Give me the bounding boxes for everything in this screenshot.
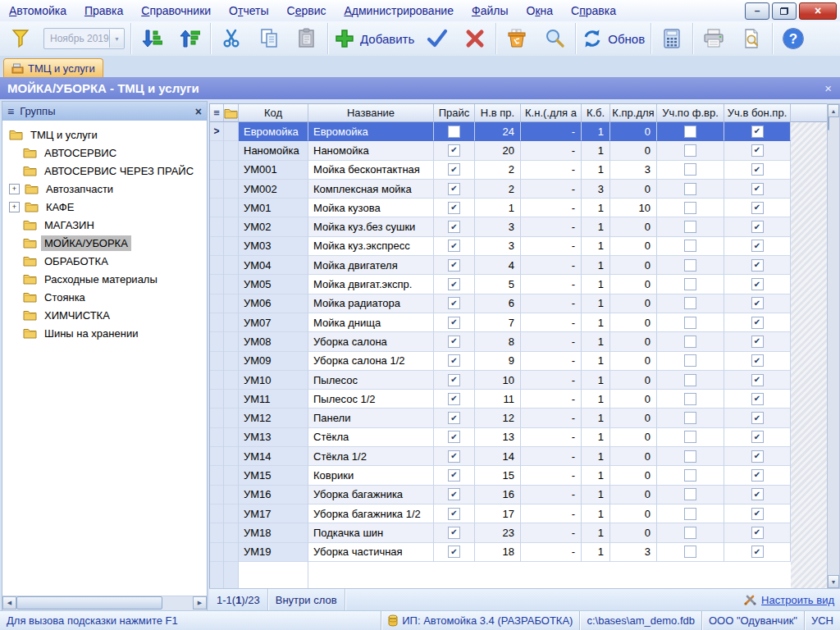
tree-item-9[interactable]: Стоянка (2, 288, 207, 306)
table-row[interactable]: НаномойкаНаномойка✔20-10✔ (210, 141, 827, 160)
checked-checkbox[interactable]: ✔ (751, 278, 764, 290)
unchecked-checkbox[interactable] (684, 126, 696, 138)
unchecked-checkbox[interactable] (684, 144, 696, 157)
tree-item-1[interactable]: АВТОСЕРВИС (2, 144, 207, 162)
scroll-thumb[interactable] (828, 116, 829, 130)
add-button[interactable]: Добавить (330, 23, 418, 54)
checked-checkbox[interactable]: ✔ (751, 240, 764, 252)
panel-close-icon[interactable]: × (195, 105, 202, 118)
table-row[interactable]: УМ01Мойка кузова✔1-110✔ (210, 199, 827, 217)
checked-checkbox[interactable]: ✔ (751, 183, 764, 195)
checked-checkbox[interactable]: ✔ (751, 527, 764, 539)
unchecked-checkbox[interactable] (684, 183, 696, 195)
col-header-1[interactable]: Название (308, 104, 434, 122)
checked-checkbox[interactable]: ✔ (448, 374, 460, 386)
checked-checkbox[interactable]: ✔ (448, 336, 460, 348)
filter-button[interactable] (2, 23, 39, 54)
menu-item-8[interactable]: Справка (562, 1, 625, 21)
scroll-right-icon[interactable]: ▶ (193, 596, 207, 609)
tree-item-10[interactable]: ХИМЧИСТКА (2, 306, 207, 324)
checked-checkbox[interactable]: ✔ (448, 317, 460, 329)
checked-checkbox[interactable]: ✔ (751, 431, 764, 443)
checked-checkbox[interactable]: ✔ (448, 144, 460, 157)
col-header-5[interactable]: К.б. (582, 104, 610, 122)
checked-checkbox[interactable]: ✔ (448, 450, 460, 463)
grid-vscrollbar[interactable]: ▲ ▼ (827, 103, 840, 589)
menu-item-3[interactable]: Отчеты (220, 1, 277, 21)
table-row[interactable]: >ЕвромойкаЕвромойка24-10✔ (210, 122, 827, 141)
checked-checkbox[interactable]: ✔ (751, 354, 764, 367)
checked-checkbox[interactable]: ✔ (448, 527, 460, 539)
checked-checkbox[interactable]: ✔ (751, 508, 764, 520)
unchecked-checkbox[interactable] (684, 221, 696, 233)
expand-plus-icon[interactable]: + (9, 202, 20, 212)
col-header-2[interactable]: Прайс (434, 104, 475, 122)
table-row[interactable]: УМ12Панели✔12-10✔ (210, 409, 827, 427)
tree-item-6[interactable]: МОЙКА/УБОРКА (2, 234, 207, 252)
table-row[interactable]: УМ09Уборка салона 1/2✔9-10✔ (210, 352, 827, 371)
checked-checkbox[interactable]: ✔ (448, 508, 460, 520)
close-window-button[interactable]: × (799, 2, 837, 20)
sort-asc-button[interactable] (171, 23, 208, 54)
tree-item-4[interactable]: +КАФЕ (2, 198, 207, 216)
table-row[interactable]: УМ19Уборка частичная✔18-13✔ (210, 543, 827, 562)
scroll-down-icon[interactable]: ▼ (828, 575, 839, 588)
unchecked-checkbox[interactable] (684, 450, 696, 463)
help-button[interactable]: ? (774, 23, 812, 54)
checked-checkbox[interactable]: ✔ (448, 393, 460, 405)
tree-item-11[interactable]: Шины на хранении (2, 324, 207, 342)
checked-checkbox[interactable]: ✔ (448, 202, 460, 214)
calculator-button[interactable] (653, 23, 691, 54)
unchecked-checkbox[interactable] (684, 163, 696, 176)
checked-checkbox[interactable]: ✔ (448, 278, 460, 290)
col-header-4[interactable]: К.н.(.для а (521, 104, 582, 122)
table-row[interactable]: УМ001Мойка бесконтактная✔2-13✔ (210, 161, 827, 180)
checked-checkbox[interactable]: ✔ (448, 546, 460, 558)
tree-item-3[interactable]: +Автозапчасти (2, 180, 207, 198)
col-header-0[interactable]: Код (239, 104, 308, 122)
cut-button[interactable] (212, 23, 250, 54)
unchecked-checkbox[interactable] (684, 374, 696, 386)
checked-checkbox[interactable]: ✔ (751, 297, 764, 309)
search-button[interactable] (536, 23, 573, 54)
checked-checkbox[interactable]: ✔ (751, 202, 764, 214)
checked-checkbox[interactable]: ✔ (751, 546, 764, 558)
paste-button[interactable] (288, 23, 326, 54)
table-row[interactable]: УМ16Уборка багажника✔16-10✔ (210, 486, 827, 504)
checked-checkbox[interactable]: ✔ (751, 317, 764, 329)
tree-item-2[interactable]: АВТОСЕРВИС ЧЕРЕЗ ПРАЙС (2, 162, 207, 180)
unchecked-checkbox[interactable] (684, 546, 696, 558)
scroll-up-icon[interactable]: ▲ (828, 104, 839, 117)
unchecked-checkbox[interactable] (684, 336, 696, 348)
unchecked-checkbox[interactable] (684, 297, 696, 309)
menu-item-6[interactable]: Файлы (463, 1, 518, 21)
menu-item-0[interactable]: Автомойка (0, 1, 75, 21)
table-row[interactable]: УМ17Уборка багажника 1/2✔17-10✔ (210, 504, 827, 523)
unchecked-checkbox[interactable] (684, 202, 696, 214)
table-row[interactable]: УМ14Стёкла 1/2✔14-10✔ (210, 447, 827, 466)
menu-item-4[interactable]: Сервис (278, 1, 336, 21)
unchecked-checkbox[interactable] (684, 469, 696, 482)
cancel-button[interactable] (456, 23, 494, 54)
checked-checkbox[interactable]: ✔ (448, 240, 460, 252)
checked-checkbox[interactable]: ✔ (448, 259, 460, 272)
checked-checkbox[interactable]: ✔ (751, 144, 764, 157)
expand-plus-icon[interactable]: + (9, 184, 20, 194)
col-header-3[interactable]: Н.в пр. (475, 104, 521, 122)
table-row[interactable]: УМ07Мойка днища✔7-10✔ (210, 313, 827, 332)
unchecked-checkbox[interactable] (684, 431, 696, 443)
unchecked-checkbox[interactable] (684, 278, 696, 290)
checked-checkbox[interactable]: ✔ (448, 221, 460, 233)
scroll-thumb[interactable] (16, 596, 162, 609)
configure-view-link[interactable]: Настроить вид (761, 594, 834, 606)
copy-button[interactable] (250, 23, 288, 54)
unchecked-checkbox[interactable] (684, 317, 696, 329)
checked-checkbox[interactable]: ✔ (448, 412, 460, 424)
checked-checkbox[interactable]: ✔ (751, 488, 764, 500)
restore-button[interactable] (772, 2, 797, 20)
table-row[interactable]: УМ15Коврики✔15-10✔ (210, 466, 827, 485)
checked-checkbox[interactable]: ✔ (751, 126, 764, 138)
view-close-icon[interactable]: × (824, 81, 832, 95)
unchecked-checkbox[interactable] (684, 259, 696, 272)
folder-up-icon[interactable] (224, 104, 239, 122)
